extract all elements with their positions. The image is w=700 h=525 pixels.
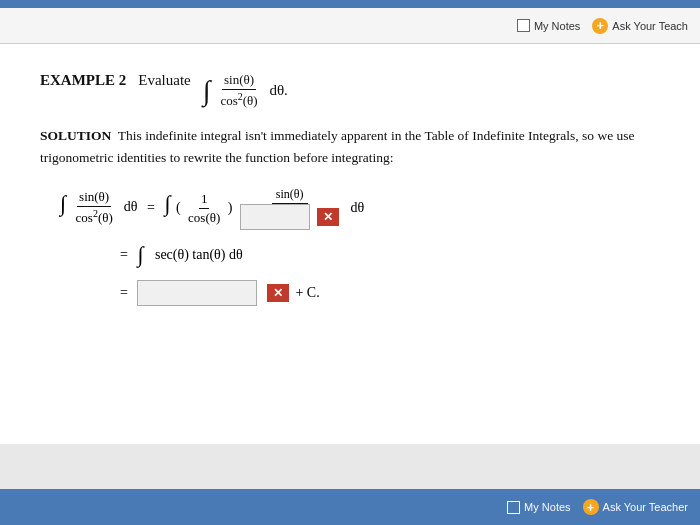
s1r-denom: cos(θ) [186, 209, 222, 226]
fraction-numerator: sin(θ) [222, 72, 256, 90]
top-bar [0, 0, 700, 8]
bottom-notes-checkbox-icon [507, 501, 520, 514]
int-symbol-step2: ∫ [137, 244, 143, 266]
content-area: EXAMPLE 2 Evaluate ∫ sin(θ) cos2(θ) dθ. … [0, 44, 700, 444]
step1-equals: = [143, 200, 158, 216]
bottom-my-notes-label: My Notes [524, 501, 570, 513]
my-notes-button[interactable]: My Notes [517, 19, 580, 32]
open-paren: ( [176, 199, 181, 214]
step3-x-button[interactable]: ✕ [267, 284, 289, 302]
step2-rhs: sec(θ) tan(θ) dθ [151, 247, 242, 263]
int-symbol-step1b: ∫ [164, 191, 170, 216]
step1-input-box[interactable] [240, 204, 310, 230]
ask-teacher-button[interactable]: + Ask Your Teach [592, 18, 688, 34]
example-fraction: sin(θ) cos2(θ) [218, 72, 259, 109]
example-header: EXAMPLE 2 Evaluate ∫ sin(θ) cos2(θ) dθ. [40, 72, 660, 109]
evaluate-label: Evaluate [138, 72, 190, 89]
close-paren: ) [228, 199, 233, 214]
step3-input-box[interactable] [137, 280, 257, 306]
ask-teacher-label: Ask Your Teach [612, 20, 688, 32]
step1-rhs-fraction: 1 cos(θ) [186, 191, 222, 226]
solution-description: This indefinite integral isn't immediate… [40, 128, 635, 165]
bottom-ask-teacher-button[interactable]: + Ask Your Teacher [583, 499, 688, 515]
fraction-denominator: cos2(θ) [218, 90, 259, 109]
bottom-ask-teacher-label: Ask Your Teacher [603, 501, 688, 513]
bottom-my-notes-button[interactable]: My Notes [507, 501, 570, 514]
step1-rhs: ∫ ( 1 cos(θ) ) sin(θ) ✕ dθ [164, 187, 364, 230]
step3-plus-c: + C. [295, 285, 319, 301]
s1-denom: cos2(θ) [74, 207, 115, 226]
example-integral: ∫ sin(θ) cos2(θ) dθ. [203, 72, 288, 109]
s1-numer: sin(θ) [77, 189, 111, 207]
plus-circle-icon: + [592, 18, 608, 34]
step1-x-button[interactable]: ✕ [317, 208, 339, 226]
step1-dtheta2: dθ [347, 199, 364, 214]
d-theta: dθ. [266, 82, 288, 99]
int-symbol-step1: ∫ [60, 191, 66, 216]
top-toolbar: My Notes + Ask Your Teach [0, 8, 700, 44]
example-label: EXAMPLE 2 [40, 72, 126, 89]
s1-dtheta: dθ [120, 199, 137, 214]
step1-line: ∫ sin(θ) cos2(θ) dθ = ∫ ( 1 cos(θ) ) [60, 187, 660, 230]
solution-label: SOLUTION [40, 128, 111, 143]
integral-symbol: ∫ [203, 77, 211, 105]
step1-input-wrapper: ✕ [240, 204, 340, 230]
math-work: ∫ sin(θ) cos2(θ) dθ = ∫ ( 1 cos(θ) ) [60, 187, 660, 306]
bottom-plus-circle-icon: + [583, 499, 599, 515]
step1-lhs: ∫ sin(θ) cos2(θ) dθ [60, 189, 137, 226]
solution-text: SOLUTION This indefinite integral isn't … [40, 125, 660, 168]
step1-box-fraction: sin(θ) ✕ [240, 187, 340, 230]
my-notes-label: My Notes [534, 20, 580, 32]
step1-lhs-fraction: sin(θ) cos2(θ) [74, 189, 115, 226]
step3-equals: = [120, 285, 131, 301]
step2-line: = ∫ sec(θ) tan(θ) dθ [120, 244, 660, 266]
s1r-numer: 1 [199, 191, 210, 209]
step2-equals: = [120, 247, 131, 263]
step3-line: = ✕ + C. [120, 280, 660, 306]
notes-checkbox-icon [517, 19, 530, 32]
bottom-toolbar: My Notes + Ask Your Teacher [0, 489, 700, 525]
step1-box-top: sin(θ) [272, 187, 308, 204]
